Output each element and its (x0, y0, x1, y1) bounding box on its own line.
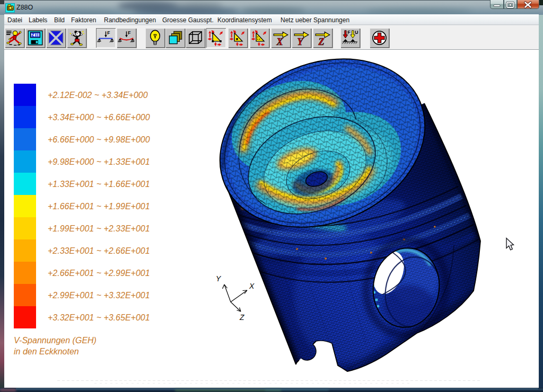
svg-text:Z: Z (239, 313, 244, 322)
svg-text:Y: Y (216, 274, 222, 283)
svg-text:X: X (249, 282, 255, 290)
